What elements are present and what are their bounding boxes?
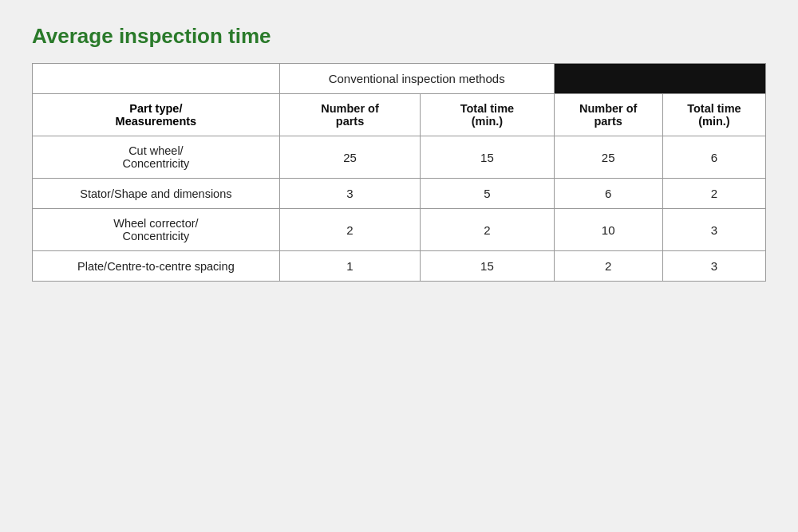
part-type-cell: Wheel corrector/Concentricity <box>33 209 280 251</box>
key-parts-cell: 6 <box>554 179 662 209</box>
conv-parts-cell: 2 <box>279 209 420 251</box>
key-time-cell: 3 <box>662 251 765 282</box>
page-title: Average inspection time <box>32 24 766 49</box>
conventional-header: Conventional inspection methods <box>279 64 554 94</box>
conv-parts-cell: 25 <box>279 136 420 179</box>
part-type-cell: Stator/Shape and dimensions <box>33 179 280 209</box>
key-parts-cell: 2 <box>554 251 662 282</box>
key-parts-subheader: Number ofparts <box>554 94 662 136</box>
part-type-cell: Plate/Centre-to-centre spacing <box>33 251 280 282</box>
part-type-cell: Cut wheel/Concentricity <box>33 136 280 179</box>
page-container: Average inspection time Conventional ins… <box>32 24 766 282</box>
conv-parts-cell: 3 <box>279 179 420 209</box>
empty-header <box>33 64 280 94</box>
key-time-cell: 3 <box>662 209 765 251</box>
table-row: Wheel corrector/Concentricity22103 <box>33 209 766 251</box>
table-row: Plate/Centre-to-centre spacing11523 <box>33 251 766 282</box>
key-time-subheader: Total time(min.) <box>662 94 765 136</box>
conv-time-cell: 5 <box>421 179 554 209</box>
table-row: Cut wheel/Concentricity2515256 <box>33 136 766 179</box>
key-parts-cell: 10 <box>554 209 662 251</box>
table-row: Stator/Shape and dimensions3562 <box>33 179 766 209</box>
conv-parts-cell: 1 <box>279 251 420 282</box>
part-type-subheader: Part type/Measurements <box>33 94 280 136</box>
conv-parts-subheader: Number ofparts <box>279 94 420 136</box>
key-time-cell: 6 <box>662 136 765 179</box>
conv-time-cell: 2 <box>421 209 554 251</box>
key-time-cell: 2 <box>662 179 765 209</box>
inspection-table: Conventional inspection methods Part typ… <box>32 63 766 282</box>
conv-time-subheader: Total time(min.) <box>421 94 554 136</box>
conv-time-cell: 15 <box>421 251 554 282</box>
conv-time-cell: 15 <box>421 136 554 179</box>
keyence-header <box>554 64 765 94</box>
key-parts-cell: 25 <box>554 136 662 179</box>
